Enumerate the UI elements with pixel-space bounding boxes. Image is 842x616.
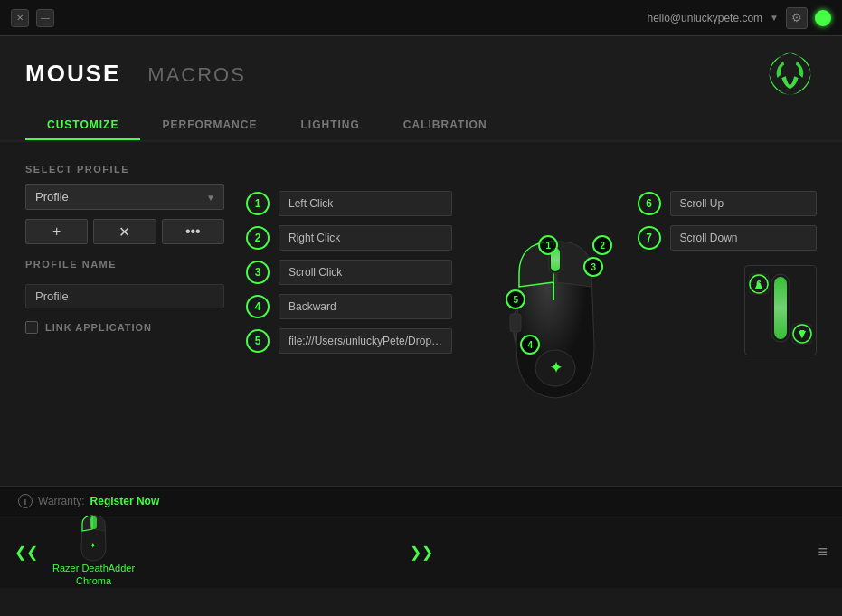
add-profile-button[interactable]: + [25,219,88,244]
button-row-4: 4 Backward [246,294,452,319]
button-number-7: 7 [638,226,661,250]
button-label-1[interactable]: Left Click [279,191,452,216]
button-number-6: 6 [638,192,661,215]
link-app-label: LINK APPLICATION [45,322,152,333]
button-row-1: 1 Left Click [246,191,452,216]
warranty-bar: i Warranty: Register Now [0,486,842,516]
button-row-3: 3 Scroll Click [246,260,452,285]
scroll-wheel-image: ▲ ▼ 6 7 [744,265,817,355]
button-number-5: 5 [246,329,270,353]
register-now-link[interactable]: Register Now [90,495,160,507]
button-number-2: 2 [246,226,270,250]
titlebar: ✕ — hello@unluckypete.com ▼ ⚙ [0,0,842,36]
titlebar-controls: ✕ — [11,9,54,27]
scroll-row-7: 7 Scroll Down [638,225,817,251]
razer-logo [762,49,817,99]
button-label-4[interactable]: Backward [279,294,452,319]
button-label-7[interactable]: Scroll Down [670,225,817,251]
button-row-2: 2 Right Click [246,225,452,251]
warranty-text: i Warranty: Register Now [18,494,159,508]
delete-profile-button[interactable]: ✕ [93,219,156,244]
button-number-4: 4 [246,295,270,318]
tab-performance[interactable]: PERFORMANCE [140,111,279,140]
svg-rect-6 [774,277,787,339]
button-list: 1 Left Click 2 Right Click 3 Scroll Clic… [224,164,474,464]
svg-text:6: 6 [756,280,762,289]
device-icon: ✦ [71,517,117,558]
mouse-area: ✦ 1 2 3 4 5 [474,164,637,464]
mouse-image: ✦ 1 2 3 4 5 [497,228,614,409]
button-label-3[interactable]: Scroll Click [279,260,452,285]
button-label-2[interactable]: Right Click [279,225,452,251]
header-titles: MOUSE MACROS [25,60,246,88]
tab-lighting[interactable]: LIGHTING [279,111,381,140]
svg-text:✦: ✦ [550,360,563,375]
svg-rect-4 [510,314,521,332]
header: MOUSE MACROS CUSTOMIZE PERFORMANCE LIGHT… [0,36,842,142]
scroll-row-6: 6 Scroll Up [638,191,817,216]
profile-actions: + ✕ ••• [25,219,224,244]
warranty-label: Warranty: [38,495,85,507]
nav-tabs: CUSTOMIZE PERFORMANCE LIGHTING CALIBRATI… [25,111,817,140]
user-email: hello@unluckypete.com [648,12,763,24]
right-panel: 6 Scroll Up 7 Scroll Down [638,164,817,464]
tab-calibration[interactable]: CALIBRATION [382,111,509,140]
tab-customize[interactable]: CUSTOMIZE [25,111,140,140]
device-scroll-right-icon[interactable]: ❯❯ [410,544,433,561]
profile-select[interactable]: Profile [25,184,224,210]
app-title: MOUSE [25,60,120,88]
titlebar-right: hello@unluckypete.com ▼ ⚙ [648,7,832,29]
profile-name-section: PROFILE NAME [25,259,224,308]
device-name: Razer DeathAdder Chroma [52,562,135,588]
profile-name-input[interactable] [25,284,224,308]
svg-rect-15 [90,516,97,529]
app-subtitle: MACROS [147,63,246,87]
left-panel: SELECT PROFILE Profile ▼ + ✕ ••• PROFILE… [25,164,224,464]
close-button[interactable]: ✕ [11,9,29,27]
header-top: MOUSE MACROS [25,49,817,99]
link-app-checkbox[interactable] [25,321,38,334]
info-icon: i [18,494,33,508]
device-bar: ❮❮ ✦ Razer DeathAdder Chroma ❯❯ ≡ [0,516,842,588]
device-scroll-left-icon[interactable]: ❮❮ [14,544,38,561]
device-menu-icon[interactable]: ≡ [818,543,828,562]
settings-button[interactable]: ⚙ [786,7,808,29]
svg-text:7: 7 [799,329,805,339]
more-profile-button[interactable]: ••• [162,219,224,244]
select-profile-label: SELECT PROFILE [25,164,224,175]
button-label-6[interactable]: Scroll Up [670,191,817,216]
button-number-3: 3 [246,261,270,284]
device-card[interactable]: ✦ Razer DeathAdder Chroma [52,517,135,588]
button-label-5[interactable]: file:///Users/unluckyPete/Drop… [279,328,452,354]
button-number-1: 1 [246,192,270,215]
minimize-button[interactable]: — [36,9,54,27]
main-content: SELECT PROFILE Profile ▼ + ✕ ••• PROFILE… [0,142,842,486]
button-row-5: 5 file:///Users/unluckyPete/Drop… [246,328,452,354]
svg-text:✦: ✦ [90,541,97,550]
status-dot [815,10,831,26]
profile-name-label: PROFILE NAME [25,259,224,270]
profile-select-wrapper: Profile ▼ [25,184,224,210]
email-dropdown-icon[interactable]: ▼ [770,13,779,23]
link-app-row: LINK APPLICATION [25,321,224,334]
